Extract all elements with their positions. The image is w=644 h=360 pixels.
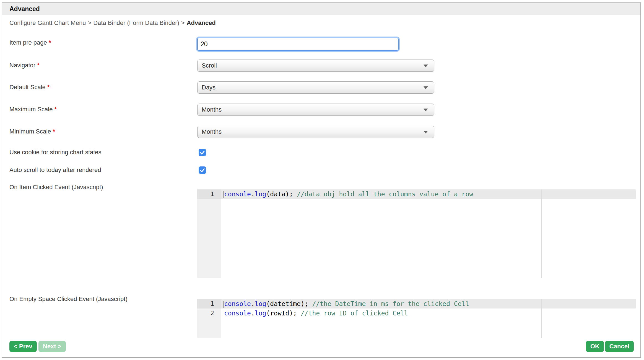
minimum-scale-label: Minimum Scale* <box>9 128 55 135</box>
on-item-clicked-label: On Item Clicked Event (Javascript) <box>9 184 103 191</box>
line-number: 1 <box>197 299 221 308</box>
item-per-page-input[interactable]: 20 <box>197 38 399 51</box>
code-token: (rowId); <box>266 310 301 317</box>
code-token: (data); <box>266 191 297 198</box>
editor-gutter: 12 <box>197 299 221 338</box>
minimum-scale-select[interactable]: Months <box>197 126 434 138</box>
editor-code[interactable]: console.log(datetime); //the DateTime in… <box>221 299 636 338</box>
checkmark-icon <box>199 149 206 156</box>
editor-gutter: 1 <box>197 189 221 278</box>
required-marker: * <box>47 84 50 91</box>
editor-code[interactable]: console.log(data); //data obj hold all t… <box>221 189 636 278</box>
on-empty-space-clicked-label: On Empty Space Clicked Event (Javascript… <box>9 295 128 303</box>
required-marker: * <box>49 39 51 46</box>
code-token: log <box>255 300 266 307</box>
maximum-scale-label: Maximum Scale* <box>9 106 57 113</box>
code-line: console.log(data); //data obj hold all t… <box>221 189 636 199</box>
chevron-down-icon <box>424 86 428 89</box>
code-token: (datetime); <box>266 300 312 307</box>
required-marker: * <box>37 62 40 69</box>
default-scale-select-value: Days <box>202 84 215 91</box>
navigator-label: Navigator* <box>9 62 40 69</box>
item-per-page-label: Item pre page* <box>9 39 51 46</box>
code-token: . <box>251 191 255 198</box>
text-cursor <box>223 301 224 308</box>
minimum-scale-select-value: Months <box>202 128 222 135</box>
code-token: console <box>224 310 251 317</box>
code-token: log <box>255 191 266 198</box>
code-line: console.log(datetime); //the DateTime in… <box>221 299 636 308</box>
default-scale-select[interactable]: Days <box>197 81 434 94</box>
cancel-button[interactable]: Cancel <box>605 341 634 352</box>
breadcrumb: Configure Gantt Chart Menu>Data Binder (… <box>9 19 216 27</box>
code-token: //the DateTime in ms for the clicked Cel… <box>312 300 469 307</box>
code-line: console.log(rowId); //the row ID of clic… <box>221 308 636 318</box>
navigator-select[interactable]: Scroll <box>197 60 434 72</box>
required-marker: * <box>53 128 55 135</box>
checkmark-icon <box>199 167 206 173</box>
code-token: //data obj hold all the columns value of… <box>297 191 473 198</box>
next-button[interactable]: Next > <box>38 341 66 352</box>
maximum-scale-select-value: Months <box>202 106 222 113</box>
default-scale-label: Default Scale* <box>9 84 50 91</box>
required-marker: * <box>54 106 57 113</box>
auto-scroll-label: Auto scroll to today after rendered <box>9 166 101 174</box>
breadcrumb-item-menu: Configure Gantt Chart Menu <box>9 19 86 26</box>
navigator-select-value: Scroll <box>202 62 217 69</box>
code-token: console <box>224 191 251 198</box>
chevron-down-icon <box>424 109 428 111</box>
breadcrumb-item-data-binder: Data Binder (Form Data Binder) <box>93 19 179 26</box>
ok-button[interactable]: OK <box>586 341 604 352</box>
on-empty-space-clicked-code-editor[interactable]: 12 console.log(datetime); //the DateTime… <box>197 299 636 338</box>
breadcrumb-current: Advanced <box>187 19 216 26</box>
code-token: console <box>224 300 251 307</box>
on-item-clicked-code-editor[interactable]: 1 console.log(data); //data obj hold all… <box>197 189 636 278</box>
code-token: . <box>251 310 255 317</box>
dialog-advanced: Advanced Configure Gantt Chart Menu>Data… <box>2 2 641 358</box>
code-token: log <box>255 310 266 317</box>
breadcrumb-separator: > <box>88 19 91 26</box>
dialog-title: Advanced <box>2 3 640 15</box>
auto-scroll-checkbox[interactable] <box>199 166 206 174</box>
text-cursor <box>223 191 224 198</box>
chevron-down-icon <box>424 65 428 67</box>
use-cookie-label: Use cookie for storing chart states <box>9 149 102 156</box>
prev-button[interactable]: < Prev <box>9 341 37 352</box>
line-number: 2 <box>197 308 221 318</box>
footer: < Prev Next > OK Cancel <box>2 338 640 357</box>
chevron-down-icon <box>424 131 428 133</box>
line-number: 1 <box>197 189 221 199</box>
breadcrumb-separator: > <box>181 19 185 26</box>
code-token: //the row ID of clicked Cell <box>301 310 408 317</box>
maximum-scale-select[interactable]: Months <box>197 104 434 116</box>
code-token: . <box>251 300 255 307</box>
use-cookie-checkbox[interactable] <box>199 149 206 156</box>
